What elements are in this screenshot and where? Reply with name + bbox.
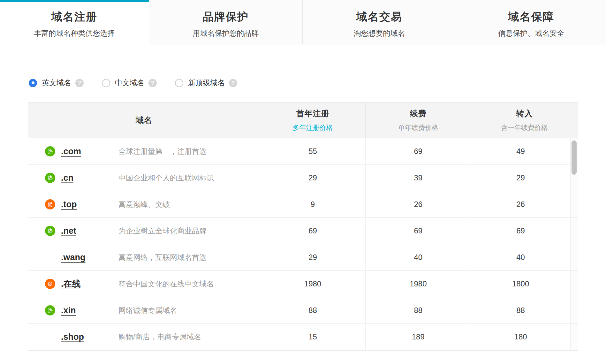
register-price: 9	[260, 191, 366, 217]
hot-badge: 热	[45, 305, 55, 315]
renew-price: 26	[365, 191, 471, 217]
domain-cell: 热 .com 全球注册量第一，注册首选	[28, 138, 260, 164]
renew-price: 69	[365, 138, 471, 164]
tab-title: 域名保障	[456, 10, 606, 24]
domain-cell: 热 .cn 中国企业和个人的互联网标识	[28, 165, 260, 191]
table-row: 促 .在线 符合中国文化的在线中文域名 1980 1980 1800	[28, 271, 578, 297]
domain-cell: .wang 寓意网络，互联网域名首选	[28, 244, 260, 270]
domain-link[interactable]: .com	[61, 147, 81, 156]
header-domain-label: 域名	[136, 115, 152, 125]
domain-pricing-table: 域名 首年注册 多年注册价格 续费 单年续费价格 转入 含一年续费价格 热 .c…	[28, 102, 578, 351]
table-row: .wang 寓意网络，互联网域名首选 29 40 40	[28, 244, 578, 271]
tab-domain-security[interactable]: 域名保障 信息保护、域名安全	[456, 0, 606, 44]
renew-price: 69	[365, 218, 471, 244]
domain-cell: 热 .xin 网络诚信专属域名	[28, 297, 260, 323]
domain-link[interactable]: .wang	[61, 253, 86, 262]
tab-title: 品牌保护	[149, 10, 302, 24]
renew-price: 40	[365, 244, 471, 270]
help-icon[interactable]: ?	[229, 79, 237, 87]
header-domain: 域名	[28, 102, 260, 138]
scrollbar-gutter	[570, 271, 578, 297]
domain-link[interactable]: .shop	[61, 332, 84, 342]
radio-english-domain[interactable]	[29, 79, 37, 87]
tab-title: 域名交易	[303, 10, 456, 24]
domain-description: 寓意巅峰、突破	[118, 200, 170, 209]
scrollbar-gutter	[570, 191, 578, 217]
top-tabbar: 域名注册 丰富的域名种类供您选择 品牌保护 用域名保护您的品牌 域名交易 淘您想…	[0, 0, 606, 44]
domain-type-filters: 英文域名 ? 中文域名 ? 新顶级域名 ?	[29, 78, 237, 88]
table-row: .shop 购物/商店，电商专属域名 15 189 180	[28, 324, 578, 350]
table-row: 热 .com 全球注册量第一，注册首选 55 69 49	[28, 138, 578, 165]
domain-cell: 促 .在线 符合中国文化的在线中文域名	[28, 271, 260, 297]
scrollbar-gutter	[570, 324, 578, 350]
renew-price: 1980	[365, 271, 471, 297]
tab-domain-register[interactable]: 域名注册 丰富的域名种类供您选择	[0, 0, 149, 44]
transfer-price: 49	[471, 138, 570, 164]
register-price: 1980	[260, 271, 366, 297]
header-transfer: 转入 含一年续费价格	[471, 102, 578, 138]
filter-label: 中文域名	[115, 78, 144, 88]
transfer-price: 40	[471, 244, 570, 270]
domain-description: 全球注册量第一，注册首选	[118, 147, 207, 156]
domain-link[interactable]: .cn	[61, 173, 73, 183]
promo-badge: 促	[45, 199, 55, 209]
header-transfer-sublabel: 含一年续费价格	[501, 123, 548, 132]
register-price: 15	[260, 324, 366, 350]
domain-cell: .shop 购物/商店，电商专属域名	[28, 324, 260, 350]
header-first-year-label: 首年注册	[296, 108, 329, 119]
domain-description: 中国企业和个人的互联网标识	[118, 173, 214, 183]
radio-new-tld[interactable]	[175, 79, 183, 87]
table-row: 热 .cn 中国企业和个人的互联网标识 29 39 29	[28, 165, 578, 191]
scrollbar-gutter	[570, 244, 578, 270]
domain-link[interactable]: .top	[61, 200, 77, 209]
hot-badge: 热	[45, 226, 55, 236]
renew-price: 39	[365, 165, 471, 191]
domain-description: 购物/商店，电商专属域名	[118, 332, 201, 342]
domain-description: 为企业树立全球化商业品牌	[118, 226, 207, 236]
header-renew-label: 续费	[410, 108, 427, 119]
tab-subtitle: 信息保护、域名安全	[456, 28, 606, 38]
scrollbar-gutter	[570, 218, 578, 244]
domain-cell: 热 .net 为企业树立全球化商业品牌	[28, 218, 260, 244]
header-transfer-label: 转入	[516, 108, 533, 119]
filter-chinese-domain[interactable]: 中文域名 ?	[102, 78, 157, 88]
hot-badge: 热	[45, 146, 55, 156]
radio-chinese-domain[interactable]	[102, 79, 110, 87]
filter-new-tld[interactable]: 新顶级域名 ?	[175, 78, 237, 88]
multi-year-price-link[interactable]: 多年注册价格	[292, 123, 333, 132]
domain-link[interactable]: .在线	[61, 278, 81, 290]
filter-label: 英文域名	[42, 78, 71, 88]
table-row: 热 .net 为企业树立全球化商业品牌 69 69 69	[28, 218, 578, 244]
register-price: 29	[260, 165, 366, 191]
filter-english-domain[interactable]: 英文域名 ?	[29, 78, 84, 88]
domain-link[interactable]: .net	[61, 226, 76, 236]
scrollbar-gutter	[570, 297, 578, 323]
transfer-price: 26	[471, 191, 570, 217]
tab-subtitle: 淘您想要的域名	[303, 28, 456, 38]
help-icon[interactable]: ?	[75, 79, 84, 87]
domain-link[interactable]: .xin	[61, 306, 76, 315]
renew-price: 189	[365, 324, 471, 350]
table-header-row: 域名 首年注册 多年注册价格 续费 单年续费价格 转入 含一年续费价格	[28, 102, 578, 138]
transfer-price: 180	[471, 324, 570, 350]
table-row: 促 .top 寓意巅峰、突破 9 26 26	[28, 191, 578, 218]
vertical-scrollbar-thumb[interactable]	[572, 140, 577, 175]
domain-description: 符合中国文化的在线中文域名	[118, 279, 214, 289]
domain-description: 网络诚信专属域名	[118, 306, 177, 315]
transfer-price: 1800	[471, 271, 570, 297]
tab-title: 域名注册	[0, 10, 149, 24]
hot-badge: 热	[45, 173, 55, 183]
help-icon[interactable]: ?	[148, 79, 157, 87]
tab-subtitle: 丰富的域名种类供您选择	[0, 28, 149, 38]
tab-domain-trade[interactable]: 域名交易 淘您想要的域名	[302, 0, 456, 44]
domain-cell: 促 .top 寓意巅峰、突破	[28, 191, 260, 217]
header-first-year: 首年注册 多年注册价格	[260, 102, 366, 138]
renew-price: 88	[365, 297, 471, 323]
domain-description: 寓意网络，互联网域名首选	[118, 253, 207, 262]
tab-subtitle: 用域名保护您的品牌	[149, 28, 302, 38]
header-renew: 续费 单年续费价格	[365, 102, 471, 138]
header-renew-sublabel: 单年续费价格	[398, 123, 438, 132]
register-price: 29	[260, 244, 366, 270]
tab-brand-protection[interactable]: 品牌保护 用域名保护您的品牌	[149, 0, 302, 44]
register-price: 88	[260, 297, 366, 323]
